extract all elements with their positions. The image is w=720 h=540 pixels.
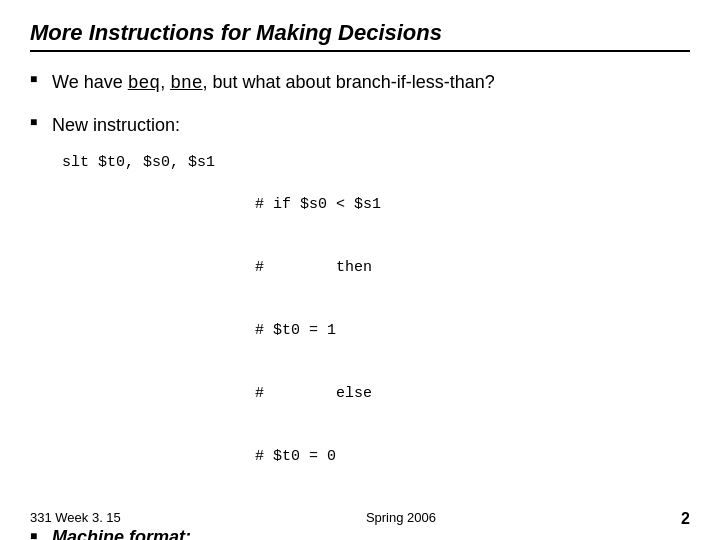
footer-left: 331 Week 3. 15	[30, 510, 121, 528]
code-right: # if $s0 < $s1 # then # $t0 = 1 # else #…	[255, 152, 381, 509]
slide-title: More Instructions for Making Decisions	[30, 20, 442, 46]
bullet-icon-2: ■	[30, 115, 52, 129]
bullet-1-content: We have beq, bne, but what about branch-…	[52, 70, 690, 95]
code-beq: beq	[128, 73, 160, 93]
code-line-1: # if $s0 < $s1	[255, 194, 381, 215]
bullet-1-text: We have beq, bne, but what about branch-…	[52, 72, 495, 92]
title-bar: More Instructions for Making Decisions	[30, 20, 690, 52]
bullet-icon-1: ■	[30, 72, 52, 86]
code-left: slt $t0, $s0, $s1	[62, 152, 215, 509]
bullet-3-content: Machine format: op rs rt rd funct ↵	[52, 527, 690, 540]
code-block: slt $t0, $s0, $s1 # if $s0 < $s1 # then …	[62, 152, 690, 509]
bullet-2-content: New instruction: slt $t0, $s0, $s1 # if …	[52, 113, 690, 508]
code-line-2: # then	[255, 257, 381, 278]
code-line-3: # $t0 = 1	[255, 320, 381, 341]
bullet-3: ■ Machine format: op rs rt rd funct	[30, 527, 690, 540]
footer: 331 Week 3. 15 Spring 2006 2	[30, 510, 690, 528]
code-bne: bne	[170, 73, 202, 93]
bullet-1-prefix: We have	[52, 72, 128, 92]
bullet-1: ■ We have beq, bne, but what about branc…	[30, 70, 690, 95]
machine-title: Machine format:	[52, 527, 191, 540]
footer-right: Spring 2006	[366, 510, 436, 528]
code-line-5: # $t0 = 0	[255, 446, 381, 467]
slide-number: 2	[681, 510, 690, 528]
slide: More Instructions for Making Decisions ■…	[0, 0, 720, 540]
bullet-icon-3: ■	[30, 529, 52, 540]
bullet-2: ■ New instruction: slt $t0, $s0, $s1 # i…	[30, 113, 690, 508]
code-line-4: # else	[255, 383, 381, 404]
bullet-2-text: New instruction:	[52, 115, 180, 135]
